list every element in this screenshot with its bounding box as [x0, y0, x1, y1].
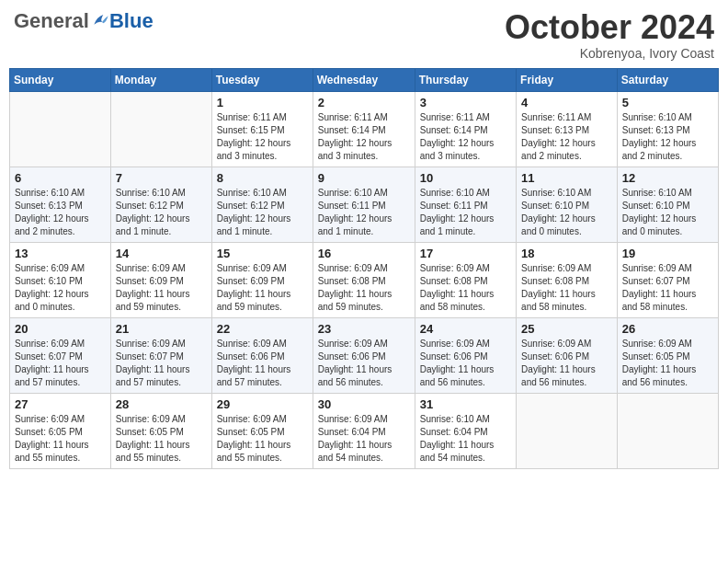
calendar-cell: 8Sunrise: 6:10 AM Sunset: 6:12 PM Daylig…	[211, 167, 313, 242]
day-info: Sunrise: 6:09 AM Sunset: 6:06 PM Dayligh…	[318, 338, 410, 389]
logo-general-text: General	[14, 9, 89, 33]
day-number: 25	[521, 322, 612, 336]
day-number: 24	[420, 322, 511, 336]
logo-blue-text: Blue	[109, 9, 154, 33]
calendar-cell: 7Sunrise: 6:10 AM Sunset: 6:12 PM Daylig…	[110, 167, 211, 242]
calendar-cell: 9Sunrise: 6:10 AM Sunset: 6:11 PM Daylig…	[313, 167, 415, 242]
day-info: Sunrise: 6:09 AM Sunset: 6:04 PM Dayligh…	[318, 413, 410, 465]
day-number: 28	[116, 397, 207, 411]
month-title: October 2024	[505, 9, 714, 46]
day-number: 3	[420, 96, 511, 109]
calendar-cell: 24Sunrise: 6:09 AM Sunset: 6:06 PM Dayli…	[415, 317, 516, 393]
day-info: Sunrise: 6:11 AM Sunset: 6:13 PM Dayligh…	[521, 111, 612, 163]
day-number: 13	[15, 247, 106, 260]
calendar-cell: 11Sunrise: 6:10 AM Sunset: 6:10 PM Dayli…	[517, 167, 618, 242]
day-number: 7	[116, 171, 207, 185]
page-header: General Blue October 2024 Kobrenyoa, Ivo…	[9, 9, 719, 61]
day-number: 21	[116, 322, 207, 336]
day-number: 9	[318, 171, 410, 185]
calendar-cell: 17Sunrise: 6:09 AM Sunset: 6:08 PM Dayli…	[415, 242, 516, 317]
calendar-cell	[110, 91, 211, 167]
calendar-cell: 20Sunrise: 6:09 AM Sunset: 6:07 PM Dayli…	[10, 317, 111, 393]
calendar-cell: 16Sunrise: 6:09 AM Sunset: 6:08 PM Dayli…	[313, 242, 415, 317]
day-info: Sunrise: 6:09 AM Sunset: 6:05 PM Dayligh…	[15, 413, 106, 465]
calendar-cell: 2Sunrise: 6:11 AM Sunset: 6:14 PM Daylig…	[313, 91, 415, 167]
logo-bird-icon	[91, 12, 109, 30]
day-number: 10	[420, 171, 511, 185]
calendar-week-row: 1Sunrise: 6:11 AM Sunset: 6:15 PM Daylig…	[10, 91, 719, 167]
calendar-cell: 21Sunrise: 6:09 AM Sunset: 6:07 PM Dayli…	[110, 317, 211, 393]
location-subtitle: Kobrenyoa, Ivory Coast	[505, 46, 714, 61]
day-number: 15	[217, 247, 308, 260]
day-number: 31	[420, 397, 511, 411]
day-info: Sunrise: 6:09 AM Sunset: 6:05 PM Dayligh…	[217, 413, 308, 465]
calendar-cell: 5Sunrise: 6:10 AM Sunset: 6:13 PM Daylig…	[617, 91, 718, 167]
day-info: Sunrise: 6:09 AM Sunset: 6:08 PM Dayligh…	[318, 262, 410, 314]
day-info: Sunrise: 6:10 AM Sunset: 6:11 PM Dayligh…	[318, 187, 410, 238]
day-info: Sunrise: 6:09 AM Sunset: 6:06 PM Dayligh…	[420, 338, 511, 389]
calendar-cell: 14Sunrise: 6:09 AM Sunset: 6:09 PM Dayli…	[110, 242, 211, 317]
day-info: Sunrise: 6:10 AM Sunset: 6:12 PM Dayligh…	[116, 187, 207, 238]
day-info: Sunrise: 6:09 AM Sunset: 6:08 PM Dayligh…	[521, 262, 612, 314]
day-info: Sunrise: 6:09 AM Sunset: 6:05 PM Dayligh…	[116, 413, 207, 465]
calendar-cell: 19Sunrise: 6:09 AM Sunset: 6:07 PM Dayli…	[617, 242, 718, 317]
day-info: Sunrise: 6:10 AM Sunset: 6:13 PM Dayligh…	[15, 187, 106, 238]
calendar-cell	[10, 91, 111, 167]
calendar-cell	[517, 393, 618, 468]
title-area: October 2024 Kobrenyoa, Ivory Coast	[505, 9, 714, 61]
day-number: 5	[622, 96, 713, 109]
logo: General Blue	[14, 9, 154, 33]
calendar-cell: 28Sunrise: 6:09 AM Sunset: 6:05 PM Dayli…	[110, 393, 211, 468]
day-number: 4	[521, 96, 612, 109]
day-number: 27	[15, 397, 106, 411]
day-info: Sunrise: 6:09 AM Sunset: 6:09 PM Dayligh…	[116, 262, 207, 314]
calendar-cell: 10Sunrise: 6:10 AM Sunset: 6:11 PM Dayli…	[415, 167, 516, 242]
day-number: 22	[217, 322, 308, 336]
calendar-week-row: 13Sunrise: 6:09 AM Sunset: 6:10 PM Dayli…	[10, 242, 719, 317]
day-number: 23	[318, 322, 410, 336]
calendar-week-row: 6Sunrise: 6:10 AM Sunset: 6:13 PM Daylig…	[10, 167, 719, 242]
day-number: 26	[622, 322, 713, 336]
calendar-header-saturday: Saturday	[617, 68, 718, 91]
calendar-cell: 26Sunrise: 6:09 AM Sunset: 6:05 PM Dayli…	[617, 317, 718, 393]
calendar-header-friday: Friday	[517, 68, 618, 91]
day-info: Sunrise: 6:10 AM Sunset: 6:10 PM Dayligh…	[521, 187, 612, 238]
day-number: 12	[622, 171, 713, 185]
day-number: 19	[622, 247, 713, 260]
day-number: 8	[217, 171, 308, 185]
day-info: Sunrise: 6:10 AM Sunset: 6:13 PM Dayligh…	[622, 111, 713, 163]
day-info: Sunrise: 6:09 AM Sunset: 6:07 PM Dayligh…	[116, 338, 207, 389]
calendar-cell: 30Sunrise: 6:09 AM Sunset: 6:04 PM Dayli…	[313, 393, 415, 468]
calendar-cell: 25Sunrise: 6:09 AM Sunset: 6:06 PM Dayli…	[517, 317, 618, 393]
calendar-cell: 23Sunrise: 6:09 AM Sunset: 6:06 PM Dayli…	[313, 317, 415, 393]
day-number: 16	[318, 247, 410, 260]
day-info: Sunrise: 6:09 AM Sunset: 6:07 PM Dayligh…	[15, 338, 106, 389]
day-info: Sunrise: 6:11 AM Sunset: 6:14 PM Dayligh…	[420, 111, 511, 163]
calendar-cell: 15Sunrise: 6:09 AM Sunset: 6:09 PM Dayli…	[211, 242, 313, 317]
calendar-cell: 3Sunrise: 6:11 AM Sunset: 6:14 PM Daylig…	[415, 91, 516, 167]
day-info: Sunrise: 6:10 AM Sunset: 6:10 PM Dayligh…	[622, 187, 713, 238]
calendar-week-row: 27Sunrise: 6:09 AM Sunset: 6:05 PM Dayli…	[10, 393, 719, 468]
day-info: Sunrise: 6:10 AM Sunset: 6:11 PM Dayligh…	[420, 187, 511, 238]
day-number: 18	[521, 247, 612, 260]
calendar-cell: 27Sunrise: 6:09 AM Sunset: 6:05 PM Dayli…	[10, 393, 111, 468]
day-info: Sunrise: 6:10 AM Sunset: 6:04 PM Dayligh…	[420, 413, 511, 465]
calendar-header-wednesday: Wednesday	[313, 68, 415, 91]
day-info: Sunrise: 6:09 AM Sunset: 6:08 PM Dayligh…	[420, 262, 511, 314]
calendar-cell: 29Sunrise: 6:09 AM Sunset: 6:05 PM Dayli…	[211, 393, 313, 468]
calendar-header-row: SundayMondayTuesdayWednesdayThursdayFrid…	[10, 68, 719, 91]
calendar-table: SundayMondayTuesdayWednesdayThursdayFrid…	[9, 68, 719, 469]
day-info: Sunrise: 6:09 AM Sunset: 6:05 PM Dayligh…	[622, 338, 713, 389]
day-info: Sunrise: 6:09 AM Sunset: 6:10 PM Dayligh…	[15, 262, 106, 314]
day-number: 1	[217, 96, 308, 109]
day-number: 17	[420, 247, 511, 260]
calendar-week-row: 20Sunrise: 6:09 AM Sunset: 6:07 PM Dayli…	[10, 317, 719, 393]
calendar-cell: 4Sunrise: 6:11 AM Sunset: 6:13 PM Daylig…	[517, 91, 618, 167]
calendar-header-sunday: Sunday	[10, 68, 111, 91]
day-number: 11	[521, 171, 612, 185]
calendar-cell	[617, 393, 718, 468]
day-number: 14	[116, 247, 207, 260]
calendar-cell: 22Sunrise: 6:09 AM Sunset: 6:06 PM Dayli…	[211, 317, 313, 393]
day-info: Sunrise: 6:09 AM Sunset: 6:06 PM Dayligh…	[217, 338, 308, 389]
day-info: Sunrise: 6:09 AM Sunset: 6:07 PM Dayligh…	[622, 262, 713, 314]
